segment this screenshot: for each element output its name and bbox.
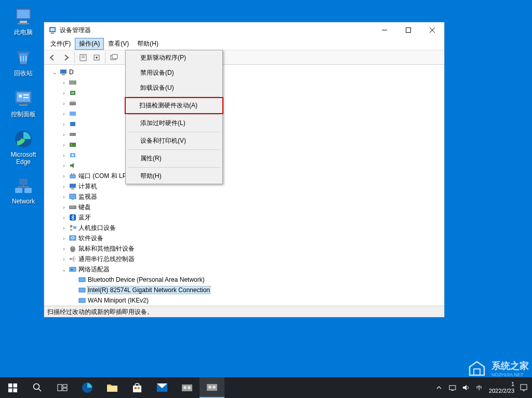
task-view-button[interactable] bbox=[50, 377, 75, 398]
menu-file[interactable]: 文件(F) bbox=[46, 38, 75, 50]
expander-icon[interactable]: › bbox=[61, 90, 67, 96]
desktop-recycle-bin[interactable]: 回收站 bbox=[5, 46, 42, 78]
taskbar-clock[interactable]: 1 2022/2/23 bbox=[489, 381, 514, 394]
tray-volume-icon[interactable] bbox=[462, 383, 470, 392]
menu-action[interactable]: 操作(A) bbox=[75, 38, 104, 50]
taskbar-device-manager[interactable] bbox=[200, 377, 224, 398]
menu-properties[interactable]: 属性(R) bbox=[126, 151, 222, 166]
menu-view[interactable]: 查看(V) bbox=[104, 38, 133, 50]
tree-item[interactable]: › bbox=[46, 129, 442, 140]
menu-devices-printers[interactable]: 设备和打印机(V) bbox=[126, 133, 222, 148]
menu-help[interactable]: 帮助(H) bbox=[126, 169, 222, 184]
close-button[interactable] bbox=[420, 22, 444, 38]
expander-icon[interactable]: › bbox=[61, 215, 67, 221]
toolbar-btn-5[interactable] bbox=[108, 51, 120, 64]
tree-item-ports[interactable]: ›端口 (COM 和 LPT) bbox=[46, 171, 442, 181]
expander-icon[interactable]: › bbox=[61, 111, 67, 117]
tree-item-hid[interactable]: ›人机接口设备 bbox=[46, 223, 442, 233]
expander-icon[interactable]: › bbox=[61, 142, 67, 148]
menu-help[interactable]: 帮助(H) bbox=[133, 38, 163, 50]
expander-icon[interactable]: › bbox=[61, 163, 67, 169]
statusbar: 扫描经过改动的或新的即插即用设备。 bbox=[44, 306, 444, 317]
svg-rect-54 bbox=[72, 207, 73, 208]
expander-icon[interactable]: › bbox=[61, 173, 67, 179]
taskbar-store[interactable] bbox=[125, 377, 150, 398]
tree-item[interactable]: › bbox=[46, 108, 442, 119]
tray-network-icon[interactable] bbox=[448, 383, 457, 392]
tree-item[interactable]: › bbox=[46, 119, 442, 129]
expander-icon[interactable]: › bbox=[61, 101, 67, 106]
minimize-button[interactable] bbox=[373, 22, 396, 38]
tree-item[interactable]: › bbox=[46, 77, 442, 88]
desktop-label: 控制面板 bbox=[11, 110, 36, 119]
forward-button[interactable] bbox=[60, 51, 72, 64]
taskbar-edge[interactable] bbox=[75, 377, 100, 398]
desktop-label: 回收站 bbox=[14, 69, 33, 78]
expander-icon[interactable]: › bbox=[61, 236, 67, 241]
desktop-edge[interactable]: Microsoft Edge bbox=[5, 128, 42, 166]
menu-add-legacy[interactable]: 添加过时硬件(L) bbox=[126, 116, 222, 131]
taskbar-explorer[interactable] bbox=[100, 377, 125, 398]
tree-item-bluetooth[interactable]: ›蓝牙 bbox=[46, 212, 442, 223]
tree-item[interactable]: › bbox=[46, 140, 442, 150]
expander-icon[interactable]: ⌄ bbox=[61, 267, 67, 272]
svg-rect-8 bbox=[23, 94, 29, 95]
tree-item-software[interactable]: ›软件设备 bbox=[46, 233, 442, 243]
tree-item[interactable]: ›rs bbox=[46, 98, 442, 108]
back-button[interactable] bbox=[46, 51, 59, 64]
menu-disable-device[interactable]: 禁用设备(D) bbox=[126, 65, 222, 80]
tray-ime-icon[interactable]: 中 bbox=[475, 383, 484, 392]
expander-icon[interactable]: ⌄ bbox=[51, 70, 58, 75]
tree-item[interactable]: › bbox=[46, 150, 442, 160]
svg-rect-68 bbox=[79, 298, 85, 303]
device-tree[interactable]: ⌄ D › › ›rs › › › › › › ›端口 (COM 和 LPT) … bbox=[44, 65, 444, 306]
tree-item-computer[interactable]: ›计算机 bbox=[46, 181, 442, 191]
desktop-control-panel[interactable]: 控制面板 bbox=[5, 87, 42, 119]
menu-update-driver[interactable]: 更新驱动程序(P) bbox=[126, 50, 222, 65]
expander-icon[interactable]: › bbox=[61, 153, 67, 158]
network-child-0[interactable]: Bluetooth Device (Personal Area Network) bbox=[46, 275, 442, 285]
taskbar-app1[interactable] bbox=[175, 377, 200, 398]
expander-icon[interactable]: › bbox=[61, 80, 67, 86]
desktop-network[interactable]: Network bbox=[5, 175, 42, 205]
menu-uninstall-device[interactable]: 卸载设备(U) bbox=[126, 80, 222, 95]
tree-item-monitor[interactable]: ›监视器 bbox=[46, 191, 442, 202]
tree-root[interactable]: ⌄ D bbox=[46, 67, 442, 77]
search-button[interactable] bbox=[25, 377, 50, 398]
expander-icon[interactable]: › bbox=[61, 256, 67, 262]
expander-icon[interactable]: › bbox=[61, 204, 67, 210]
expander-icon[interactable]: › bbox=[61, 225, 67, 231]
tree-item-usb[interactable]: ›通用串行总线控制器 bbox=[46, 254, 442, 264]
bluetooth-icon bbox=[69, 213, 77, 222]
toolbar-btn-4[interactable] bbox=[90, 51, 103, 64]
svg-rect-72 bbox=[13, 383, 17, 388]
menu-scan-hardware[interactable]: 扫描检测硬件改动(A) bbox=[125, 97, 223, 114]
tree-item-mouse[interactable]: ›鼠标和其他指针设备 bbox=[46, 243, 442, 254]
expander-icon[interactable]: › bbox=[61, 246, 67, 252]
network-child-2[interactable]: WAN Miniport (IKEv2) bbox=[46, 295, 442, 306]
svg-rect-2 bbox=[20, 21, 27, 23]
network-child-1[interactable]: Intel(R) 82574L Gigabit Network Connecti… bbox=[46, 285, 442, 295]
titlebar[interactable]: 设备管理器 bbox=[44, 22, 444, 38]
tree-item[interactable]: › bbox=[46, 88, 442, 98]
expander-icon[interactable]: › bbox=[61, 121, 67, 127]
toolbar-btn-3[interactable] bbox=[77, 51, 89, 64]
tray-notifications-icon[interactable] bbox=[520, 383, 528, 392]
expander-icon[interactable]: › bbox=[61, 184, 67, 189]
tree-item[interactable]: › bbox=[46, 160, 442, 171]
expander-icon[interactable]: › bbox=[61, 194, 67, 200]
tree-label: 网络适配器 bbox=[78, 265, 110, 274]
tree-item-keyboard[interactable]: ›键盘 bbox=[46, 202, 442, 212]
expander-icon[interactable]: › bbox=[61, 132, 67, 138]
storage-icon bbox=[69, 111, 77, 117]
svg-rect-40 bbox=[70, 133, 76, 136]
maximize-button[interactable] bbox=[396, 22, 420, 38]
tree-item-network-adapters[interactable]: ⌄网络适配器 bbox=[46, 264, 442, 275]
taskbar-mail[interactable] bbox=[150, 377, 175, 398]
menu-separator bbox=[128, 132, 220, 132]
tray-chevron-icon[interactable] bbox=[435, 383, 443, 392]
watermark-text: 系统之家 bbox=[491, 360, 529, 372]
start-button[interactable] bbox=[0, 377, 25, 398]
network-adapter-icon bbox=[69, 266, 77, 273]
desktop-this-pc[interactable]: 此电脑 bbox=[5, 5, 42, 37]
